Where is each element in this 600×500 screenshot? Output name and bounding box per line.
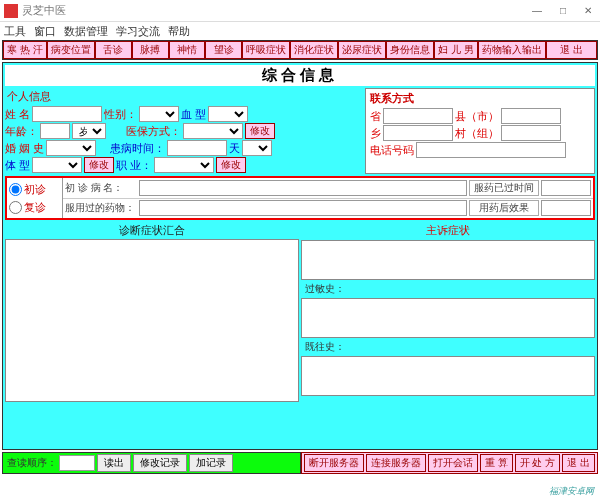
personal-info-label: 个人信息: [5, 88, 363, 105]
tab-lesion[interactable]: 病变位置: [47, 41, 95, 59]
gender-label: 性别：: [104, 107, 137, 122]
main-panel: 综合信息 个人信息 姓 名 性别： 血 型 年龄： 岁 医保方式： 修改: [2, 62, 598, 450]
marriage-label: 婚 姻 史: [5, 141, 44, 156]
med-time-label: 服药已过时间: [469, 180, 539, 196]
body-label: 体 型: [5, 158, 30, 173]
diagnosis-summary-box: 诊断症状汇合: [5, 222, 299, 402]
maximize-button[interactable]: □: [556, 5, 570, 16]
window-title: 灵芝中医: [22, 3, 66, 18]
menu-tools[interactable]: 工具: [4, 24, 26, 39]
open-session-button[interactable]: 打开会话: [428, 454, 478, 472]
county-input[interactable]: [501, 108, 561, 124]
tab-cold-heat[interactable]: 寒 热 汗: [3, 41, 47, 59]
menu-exchange[interactable]: 学习交流: [116, 24, 160, 39]
insurance-label: 医保方式：: [126, 124, 181, 139]
first-visit-radio[interactable]: 初诊: [9, 182, 60, 197]
tab-drug-io[interactable]: 药物输入输出: [478, 41, 546, 59]
tab-pulse[interactable]: 脉搏: [132, 41, 169, 59]
used-med-label: 服用过的药物：: [65, 201, 139, 215]
gender-select[interactable]: [139, 106, 179, 122]
med-effect-input[interactable]: [541, 200, 591, 216]
township-label: 乡: [370, 126, 381, 141]
insurance-modify-button[interactable]: 修改: [245, 123, 275, 139]
app-icon: [4, 4, 18, 18]
tab-digest[interactable]: 消化症状: [290, 41, 338, 59]
read-order-label: 查读顺序：: [7, 456, 57, 470]
bottom-left-panel: 查读顺序： 读出 修改记录 加记录: [2, 452, 301, 474]
bottom-bar: 查读顺序： 读出 修改记录 加记录 断开服务器 连接服务器 打开会话 重 算 开…: [2, 452, 598, 474]
disconnect-button[interactable]: 断开服务器: [304, 454, 364, 472]
phone-label: 电话号码: [370, 143, 414, 158]
page-title: 综合信息: [5, 65, 595, 86]
menu-help[interactable]: 帮助: [168, 24, 190, 39]
body-select[interactable]: [32, 157, 82, 173]
history-input[interactable]: [301, 356, 595, 396]
complaint-title: 主诉症状: [301, 222, 595, 239]
minimize-button[interactable]: —: [528, 5, 546, 16]
occupation-select[interactable]: [154, 157, 214, 173]
tab-tongue[interactable]: 舌诊: [95, 41, 132, 59]
history-label: 既往史：: [301, 339, 595, 355]
contact-section: 联系方式 省 县（市） 乡 村（组） 电话号码: [365, 88, 595, 174]
illness-time-label: 患病时间：: [110, 141, 165, 156]
tab-urinary[interactable]: 泌尿症状: [338, 41, 386, 59]
add-record-button[interactable]: 加记录: [189, 454, 233, 472]
blood-label: 血 型: [181, 107, 206, 122]
recalc-button[interactable]: 重 算: [480, 454, 513, 472]
visit-box: 初诊 复诊 初 诊 病 名： 服药已过时间 服用过的药物： 用药后效果: [5, 176, 595, 220]
titlebar: 灵芝中医 — □ ✕: [0, 0, 600, 22]
tabbar: 寒 热 汗 病变位置 舌诊 脉搏 神情 望诊 呼吸症状 消化症状 泌尿症状 身份…: [2, 40, 598, 60]
marriage-select[interactable]: [46, 140, 96, 156]
body-modify-button[interactable]: 修改: [84, 157, 114, 173]
med-effect-label: 用药后效果: [469, 200, 539, 216]
connect-button[interactable]: 连接服务器: [366, 454, 426, 472]
age-label: 年龄：: [5, 124, 38, 139]
age-input[interactable]: [40, 123, 70, 139]
complaint-box: 主诉症状 过敏史： 既往史：: [301, 222, 595, 402]
close-button[interactable]: ✕: [580, 5, 596, 16]
read-order-input[interactable]: [59, 455, 95, 471]
first-disease-input[interactable]: [139, 180, 467, 196]
return-visit-radio[interactable]: 复诊: [9, 200, 60, 215]
tab-breath[interactable]: 呼吸症状: [242, 41, 290, 59]
used-med-input[interactable]: [139, 200, 467, 216]
village-label: 村（组）: [455, 126, 499, 141]
occupation-label: 职 业：: [116, 158, 152, 173]
name-input[interactable]: [32, 106, 102, 122]
menu-window[interactable]: 窗口: [34, 24, 56, 39]
med-time-input[interactable]: [541, 180, 591, 196]
allergy-label: 过敏史：: [301, 281, 595, 297]
exit-button[interactable]: 退 出: [562, 454, 595, 472]
province-input[interactable]: [383, 108, 453, 124]
diagnosis-summary-title: 诊断症状汇合: [5, 222, 299, 239]
province-label: 省: [370, 109, 381, 124]
tab-observe[interactable]: 望诊: [205, 41, 242, 59]
illness-time-input[interactable]: [167, 140, 227, 156]
personal-info-section: 个人信息 姓 名 性别： 血 型 年龄： 岁 医保方式： 修改 婚 姻 史: [5, 88, 363, 174]
contact-title: 联系方式: [370, 91, 590, 106]
menu-data[interactable]: 数据管理: [64, 24, 108, 39]
blood-select[interactable]: [208, 106, 248, 122]
read-button[interactable]: 读出: [97, 454, 131, 472]
tab-exit[interactable]: 退 出: [546, 41, 597, 59]
prescribe-button[interactable]: 开 处 方: [515, 454, 561, 472]
village-input[interactable]: [501, 125, 561, 141]
watermark: 福津安卓网: [549, 485, 594, 498]
day-select[interactable]: [242, 140, 272, 156]
insurance-select[interactable]: [183, 123, 243, 139]
allergy-input[interactable]: [301, 298, 595, 338]
township-input[interactable]: [383, 125, 453, 141]
tab-spirit[interactable]: 神情: [169, 41, 206, 59]
diagnosis-summary-input[interactable]: [5, 239, 299, 402]
tab-women-child[interactable]: 妇 儿 男: [434, 41, 478, 59]
county-label: 县（市）: [455, 109, 499, 124]
bottom-right-panel: 断开服务器 连接服务器 打开会话 重 算 开 处 方 退 出: [301, 452, 598, 474]
first-disease-label: 初 诊 病 名：: [65, 181, 139, 195]
phone-input[interactable]: [416, 142, 566, 158]
occupation-modify-button[interactable]: 修改: [216, 157, 246, 173]
age-unit-select[interactable]: 岁: [72, 123, 106, 139]
menubar: 工具 窗口 数据管理 学习交流 帮助: [0, 22, 600, 40]
tab-identity[interactable]: 身份信息: [386, 41, 434, 59]
complaint-input[interactable]: [301, 240, 595, 280]
modify-record-button[interactable]: 修改记录: [133, 454, 187, 472]
